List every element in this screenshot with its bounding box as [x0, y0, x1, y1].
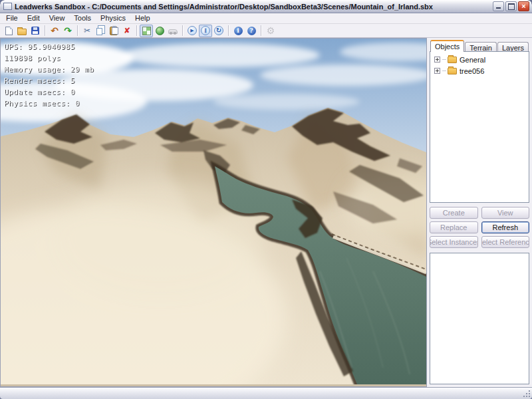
stat-line: Update msecs: 0 [4, 86, 94, 98]
properties-box[interactable] [430, 253, 529, 384]
viewport-3d[interactable]: UPS: 95.9040985119898 polysMemory usage:… [0, 38, 427, 387]
undo-button[interactable]: ↶ [48, 25, 61, 37]
toolbar-separator [182, 25, 183, 36]
loop-icon: ↻ [214, 26, 223, 35]
menu-physics[interactable]: Physics [96, 13, 130, 23]
tree-item-tree056[interactable]: tree056 [432, 65, 527, 76]
tab-layers[interactable]: Layers [497, 42, 529, 52]
play-icon: ▶ [188, 26, 197, 35]
resize-grip-icon[interactable] [529, 396, 530, 397]
redo-icon: ↷ [64, 26, 72, 35]
open-icon [17, 29, 27, 35]
vehicle-button[interactable] [166, 25, 180, 37]
help-icon: ? [247, 27, 256, 35]
tree-connector [442, 59, 446, 60]
stat-line: UPS: 95.9040985 [4, 41, 94, 53]
info-button[interactable]: i [231, 25, 245, 37]
tree-item-general[interactable]: General [432, 54, 527, 65]
toolbar-separator [77, 25, 78, 36]
delete-button[interactable]: ✘ [120, 25, 134, 37]
menu-file[interactable]: File [1, 13, 23, 23]
info-icon: i [234, 27, 243, 35]
maximize-button[interactable] [505, 1, 517, 11]
copy-button[interactable] [94, 25, 107, 37]
settings-icon: ⚙ [267, 26, 275, 35]
tab-terrain[interactable]: Terrain [465, 42, 497, 52]
stat-line: Render msecs: 5 [4, 75, 94, 86]
open-button[interactable] [15, 25, 29, 37]
toolbar: ↶↷✂✘▶∥↻i?⚙ [0, 24, 532, 38]
tab-objects[interactable]: Objects [430, 40, 464, 52]
application-window: Leadwerks Sandbox - C:/Documents and Set… [0, 0, 532, 399]
new-document-icon [5, 27, 13, 35]
toolbar-separator [45, 25, 45, 36]
menu-bar: FileEditViewToolsPhysicsHelp [0, 13, 532, 24]
status-bar [0, 387, 532, 399]
stat-line: 119898 polys [4, 53, 94, 64]
save-icon [31, 27, 39, 35]
toolbar-separator [136, 25, 137, 36]
tree-connector [442, 70, 446, 71]
toolbar-separator [228, 25, 229, 36]
cut-icon: ✂ [84, 27, 90, 35]
settings-button[interactable]: ⚙ [264, 25, 277, 37]
render-stats-overlay: UPS: 95.9040985119898 polysMemory usage:… [4, 41, 94, 109]
tree-item-label: General [460, 56, 485, 64]
view-button[interactable]: View [481, 207, 530, 219]
minimize-button[interactable] [493, 1, 504, 11]
terrain-mode-icon [142, 27, 151, 35]
pause-icon: ∥ [201, 26, 210, 35]
tree-item-label: tree056 [460, 67, 484, 75]
folder-icon [448, 57, 457, 63]
expand-toggle-icon[interactable] [434, 68, 440, 74]
menu-edit[interactable]: Edit [23, 13, 45, 23]
main-area: UPS: 95.9040985119898 polysMemory usage:… [0, 38, 532, 387]
window-controls: × [493, 1, 529, 11]
cut-button[interactable]: ✂ [80, 25, 94, 37]
paste-button[interactable] [107, 25, 120, 37]
world-button[interactable] [153, 25, 166, 37]
terrain-mode-button[interactable] [140, 25, 153, 37]
close-button[interactable]: × [518, 1, 529, 11]
toolbar-separator [261, 25, 261, 36]
world-icon [156, 27, 164, 35]
object-actions: CreateViewReplaceRefreshSelect Instances… [430, 207, 529, 248]
play-button[interactable]: ▶ [186, 25, 199, 37]
menu-view[interactable]: View [45, 13, 70, 23]
copy-icon [96, 28, 102, 35]
menu-tools[interactable]: Tools [69, 13, 96, 23]
window-title: Leadwerks Sandbox - C:/Documents and Set… [15, 3, 493, 11]
paste-icon [110, 27, 118, 35]
undo-icon: ↶ [51, 26, 59, 35]
title-bar[interactable]: Leadwerks Sandbox - C:/Documents and Set… [0, 0, 532, 13]
stat-line: Physics msecs: 0 [4, 98, 94, 109]
save-button[interactable] [29, 25, 42, 37]
sidebar-panel: ObjectsTerrainLayers Generaltree056 Crea… [427, 38, 532, 387]
object-tree[interactable]: Generaltree056 [430, 51, 529, 203]
replace-button[interactable]: Replace [430, 221, 478, 233]
new-document-button[interactable] [2, 25, 15, 37]
stat-line: Memory usage: 29 mb [4, 64, 94, 75]
vehicle-icon [168, 29, 178, 34]
redo-button[interactable]: ↷ [61, 25, 74, 37]
create-button[interactable]: Create [430, 207, 478, 219]
app-icon [3, 3, 12, 10]
delete-icon: ✘ [124, 27, 130, 35]
refresh-button[interactable]: Refresh [481, 221, 530, 233]
loop-button[interactable]: ↻ [212, 25, 225, 37]
expand-toggle-icon[interactable] [434, 57, 440, 63]
select-reference-button[interactable]: Select Reference [481, 236, 530, 248]
pause-button[interactable]: ∥ [199, 25, 212, 37]
sidebar-tabs: ObjectsTerrainLayers [430, 40, 529, 52]
menu-help[interactable]: Help [130, 13, 155, 23]
help-button[interactable]: ? [245, 25, 258, 37]
folder-icon [448, 68, 457, 74]
select-instances-button[interactable]: Select Instances [430, 236, 478, 248]
